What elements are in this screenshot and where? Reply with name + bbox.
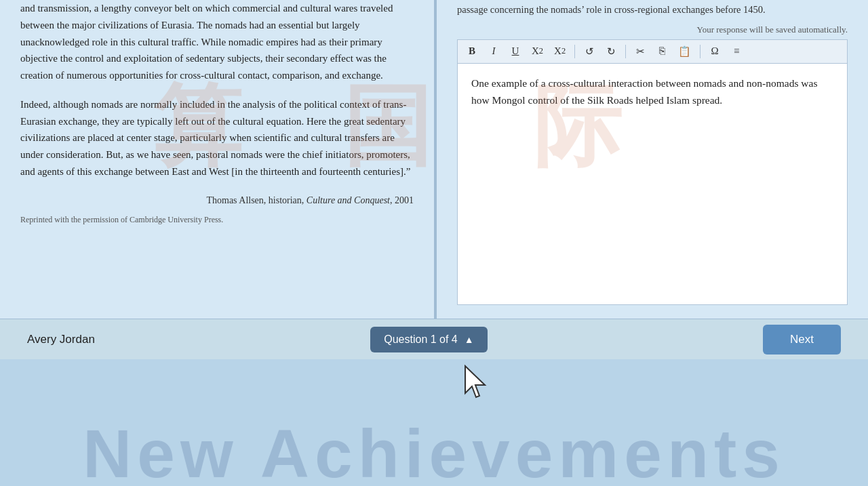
bottom-area: Avery Jordan Question 1 of 4 ▲ Next New …	[0, 319, 868, 486]
response-editor[interactable]: One example of a cross-cultural interact…	[457, 63, 848, 305]
bottom-watermark-text: New Achievements	[83, 415, 785, 486]
toolbar-separator-3	[700, 45, 701, 58]
student-name: Avery Jordan	[27, 333, 95, 346]
toolbar-separator-1	[574, 45, 575, 58]
bold-button[interactable]: B	[463, 43, 481, 60]
autosave-notice: Your response will be saved automaticall…	[457, 24, 848, 35]
undo-button[interactable]: ↺	[580, 43, 598, 60]
format-button[interactable]: ≡	[728, 43, 745, 60]
special-char-button[interactable]: Ω	[706, 43, 724, 60]
citation-author: Thomas Allsen, historian,	[206, 195, 306, 205]
subscript-button[interactable]: X2	[551, 43, 569, 60]
passage-paragraph-2: Indeed, although nomads are normally inc…	[20, 96, 414, 180]
cut-button[interactable]: ✂	[631, 43, 649, 60]
passage-instruction: passage concerning the nomads’ role in c…	[457, 3, 766, 18]
passage-paragraph-1: and transmission, a lengthy conveyor bel…	[20, 0, 414, 84]
citation-text: Thomas Allsen, historian, Culture and Co…	[20, 193, 414, 208]
next-button[interactable]: Next	[763, 325, 841, 355]
toolbar-separator-2	[625, 45, 626, 58]
citation-year: , 2001	[390, 195, 414, 205]
main-content-area: and transmission, a lengthy conveyor bel…	[0, 0, 868, 319]
italic-button[interactable]: I	[485, 43, 502, 60]
copy-button[interactable]: ⎘	[653, 43, 671, 60]
reprint-notice: Reprinted with the permission of Cambrid…	[20, 214, 414, 227]
left-reading-panel: and transmission, a lengthy conveyor bel…	[0, 0, 434, 319]
chevron-up-icon: ▲	[465, 334, 474, 345]
question-selector-label: Question 1 of 4	[384, 333, 458, 346]
superscript-button[interactable]: X2	[528, 43, 547, 60]
question-selector-button[interactable]: Question 1 of 4 ▲	[370, 327, 487, 352]
citation-title: Culture and Conquest	[307, 195, 390, 205]
right-response-panel: passage concerning the nomads’ role in c…	[437, 0, 868, 319]
paste-button[interactable]: 📋	[675, 43, 694, 60]
underline-button[interactable]: U	[507, 43, 524, 60]
bottom-watermark-area: New Achievements	[0, 359, 868, 486]
editor-toolbar: B I U X2 X2 ↺ ↻ ✂ ⎘ 📋 Ω ≡	[457, 39, 848, 63]
footer-controls: Avery Jordan Question 1 of 4 ▲ Next	[0, 319, 868, 359]
redo-button[interactable]: ↻	[602, 43, 620, 60]
